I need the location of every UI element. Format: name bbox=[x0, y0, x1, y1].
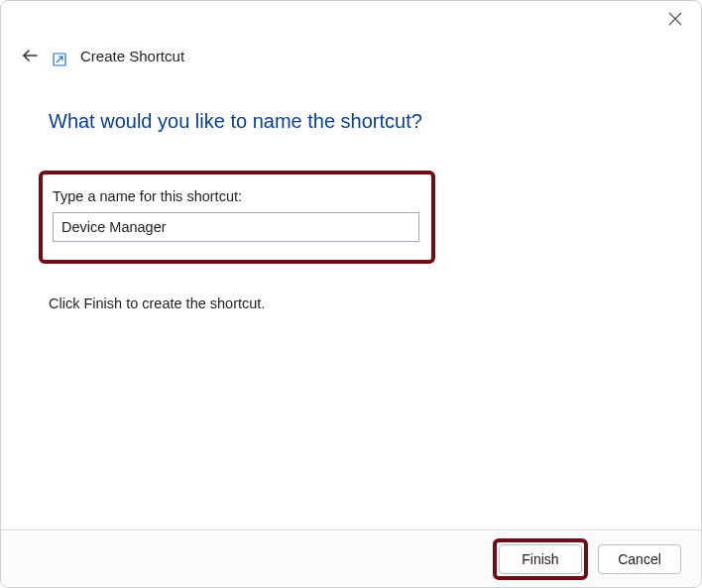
page-heading: What would you like to name the shortcut… bbox=[49, 110, 653, 133]
finish-button[interactable]: Finish bbox=[499, 544, 582, 574]
cancel-button[interactable]: Cancel bbox=[598, 544, 681, 574]
shortcut-name-label: Type a name for this shortcut: bbox=[53, 188, 421, 204]
annotation-highlight-finish: Finish bbox=[493, 538, 588, 580]
shortcut-name-input[interactable] bbox=[53, 212, 419, 242]
close-icon[interactable] bbox=[667, 11, 683, 27]
back-arrow-icon[interactable] bbox=[21, 47, 39, 64]
shortcut-overlay-icon bbox=[53, 53, 66, 66]
annotation-highlight-name-field: Type a name for this shortcut: bbox=[39, 171, 435, 264]
wizard-content: What would you like to name the shortcut… bbox=[49, 110, 653, 311]
wizard-header: Create Shortcut bbox=[21, 47, 184, 64]
titlebar bbox=[1, 1, 701, 41]
dialog-footer: Finish Cancel bbox=[1, 529, 701, 587]
instruction-text: Click Finish to create the shortcut. bbox=[49, 295, 653, 311]
wizard-title: Create Shortcut bbox=[80, 48, 184, 64]
